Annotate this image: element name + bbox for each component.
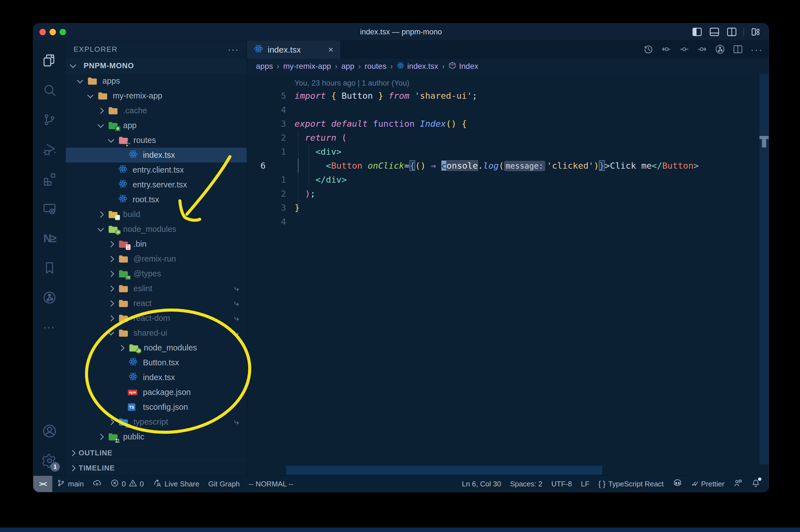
tree-item-node-modules[interactable]: JSnode_modules (66, 340, 247, 355)
tree-item-routes[interactable]: routes (66, 133, 247, 148)
status-bell-icon[interactable] (747, 476, 765, 492)
explorer-more-actions-icon[interactable]: ··· (228, 44, 239, 55)
tree-item-label: app (123, 121, 136, 130)
next-change-icon[interactable] (697, 44, 707, 56)
status-spaces-2[interactable]: Spaces: 2 (506, 476, 547, 492)
folder-tan-icon (118, 254, 130, 264)
status-main[interactable]: main (52, 476, 88, 492)
gitlens-icon[interactable] (33, 283, 65, 312)
prev-change-icon[interactable] (661, 44, 672, 56)
tree-item-react[interactable]: react⤷ (66, 296, 247, 311)
react-file-icon (117, 180, 129, 190)
tree-item--remix-run[interactable]: @remix-run (66, 251, 247, 266)
tree-item--cache[interactable]: .cache (66, 103, 247, 118)
breadcrumb-item-apps[interactable]: apps (256, 62, 273, 71)
tree-item-root-tsx[interactable]: root.tsx (66, 192, 247, 207)
status-prettier[interactable]: ✓✓Prettier (687, 476, 729, 492)
tree-item-label: routes (133, 136, 156, 145)
tree-item-button-tsx[interactable]: Button.tsx (66, 355, 247, 370)
line-number: 6 (247, 158, 294, 173)
breadcrumb-item-routes[interactable]: routes (365, 62, 386, 71)
section-label: TIMELINE (79, 464, 115, 472)
nx-console-icon[interactable]: N≥ (33, 224, 65, 253)
tree-item-index-tsx[interactable]: index.tsx (66, 148, 247, 163)
status-live-share[interactable]: Live Share (148, 476, 204, 492)
status-label: 0 (122, 480, 126, 488)
gitlens-graph-icon[interactable] (715, 44, 725, 56)
breadcrumb: apps›my-remix-app›app›routes› index.tsx›… (247, 59, 769, 74)
source-control-icon[interactable] (33, 105, 65, 135)
layout-customize-icon[interactable] (750, 26, 761, 37)
tree-item--types[interactable]: TS@types (66, 266, 247, 281)
changes-icon[interactable] (679, 44, 689, 56)
tree-item-typescript[interactable]: TStypescript⤷ (66, 415, 247, 429)
tree-item-shared-ui[interactable]: shared-ui⤷ (66, 326, 247, 340)
tree-item-build[interactable]: build (66, 207, 247, 222)
symlink-icon: ⤷ (234, 299, 239, 308)
code-line: 4 (247, 214, 758, 229)
project-root-row[interactable]: PNPM-MONO (66, 58, 247, 74)
split-editor-icon[interactable] (732, 44, 743, 56)
status-label: Spaces: 2 (510, 480, 542, 488)
status-lf[interactable]: LF (576, 476, 594, 492)
tree-item-node-modules[interactable]: JSnode_modules (66, 222, 247, 236)
breadcrumb-item-index-tsx[interactable]: index.tsx (397, 61, 438, 71)
remote-indicator[interactable]: >< (33, 476, 52, 492)
tree-item-app[interactable]: ⚙app (66, 118, 247, 133)
close-tab-icon[interactable]: × (328, 44, 334, 55)
more-views-icon[interactable]: ⋯ (33, 312, 65, 342)
panel-right-icon[interactable] (726, 26, 737, 37)
status-0[interactable]: 00 (106, 476, 148, 492)
code-editor[interactable]: You, 23 hours ago | 1 author (You) 5impo… (247, 74, 769, 475)
no-chevron (119, 391, 123, 394)
git-blame-annotation: You, 23 hours ago | 1 author (You) (294, 76, 409, 90)
tree-item-package-json[interactable]: npmpackage.json (66, 385, 247, 400)
status-typescript-react[interactable]: { }TypeScript React (594, 476, 668, 492)
status-copilot-icon[interactable] (668, 476, 687, 492)
chevron-down-icon (98, 121, 104, 128)
status-git-graph[interactable]: Git Graph (204, 476, 245, 492)
tree-item-entry-server-tsx[interactable]: entry.server.tsx (66, 177, 247, 192)
account-icon[interactable] (33, 416, 65, 446)
tree-item-entry-client-tsx[interactable]: entry.client.tsx (66, 163, 247, 177)
search-icon[interactable] (33, 75, 65, 105)
tree-item-apps[interactable]: apps (66, 74, 247, 89)
line-number: 4 (247, 103, 294, 117)
breadcrumb-item-my-remix-app[interactable]: my-remix-app (283, 62, 331, 71)
tab-index-tsx[interactable]: index.tsx × (247, 41, 340, 59)
status-label: -- NORMAL -- (249, 480, 293, 488)
status-feedback-icon[interactable] (729, 476, 747, 492)
line-number: 3 (247, 201, 294, 214)
tree-item-index-tsx[interactable]: index.tsx (66, 370, 247, 385)
settings-gear-icon[interactable]: 1 (33, 446, 65, 475)
status-utf-8[interactable]: UTF-8 (547, 476, 576, 492)
tree-item-tsconfig-json[interactable]: TStsconfig.json (66, 400, 247, 415)
status-publish-cloud-icon[interactable] (88, 476, 106, 492)
tree-item-public[interactable]: public (66, 429, 247, 444)
tree-item-my-remix-app[interactable]: my-remix-app (66, 89, 247, 103)
tree-item--bin[interactable]: 0110.bin (66, 236, 247, 251)
more-actions-icon[interactable]: ··· (750, 44, 763, 56)
folder-tan-icon (118, 299, 130, 308)
tree-item-react-dom[interactable]: react-dom⤷ (66, 311, 247, 326)
panel-left-icon[interactable] (691, 26, 703, 37)
run-debug-icon[interactable] (33, 135, 65, 164)
bookmarks-icon[interactable] (33, 253, 65, 283)
panel-bottom-icon[interactable] (709, 26, 720, 37)
extensions-icon[interactable] (33, 164, 65, 194)
window-title: index.tsx — pnpm-mono (33, 28, 769, 36)
section-outline[interactable]: OUTLINE (66, 445, 247, 460)
breadcrumb-item-app[interactable]: app (341, 62, 355, 71)
breadcrumb-item-index[interactable]: Index (449, 61, 478, 71)
remote-explorer-icon[interactable] (33, 194, 65, 224)
status--normal-[interactable]: -- NORMAL -- (244, 476, 298, 492)
horizontal-scrollbar[interactable] (286, 466, 602, 475)
code-line: 1 </div> (247, 173, 758, 187)
status-ln-6-col-30[interactable]: Ln 6, Col 30 (457, 476, 506, 492)
tree-item-eslint[interactable]: eslint⤷ (66, 281, 247, 296)
files-icon[interactable] (33, 45, 65, 75)
timeline-history-icon[interactable] (643, 44, 654, 56)
section-timeline[interactable]: TIMELINE (66, 460, 247, 475)
chevron-down-icon (108, 329, 114, 335)
vertical-scrollbar[interactable] (759, 74, 769, 464)
